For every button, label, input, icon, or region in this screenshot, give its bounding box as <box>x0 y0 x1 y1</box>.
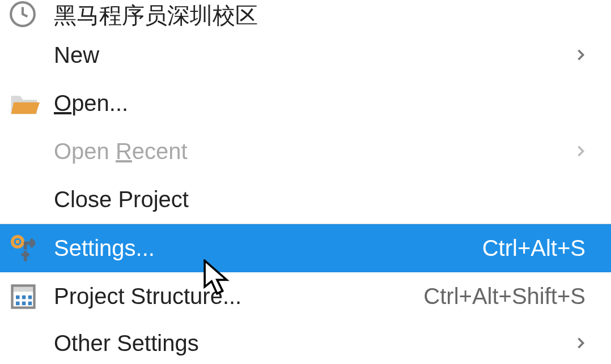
svg-rect-4 <box>12 285 35 292</box>
menu-item-close-project[interactable]: Close Project <box>0 175 611 224</box>
menu-item-label: New <box>54 42 572 68</box>
menu-item-label: Open... <box>54 91 588 116</box>
menu-item-label: Close Project <box>54 187 588 212</box>
settings-icon <box>9 233 54 264</box>
menu-item-recent-project[interactable]: 黑马程序员深圳校区 <box>0 0 611 31</box>
svg-rect-8 <box>16 301 20 305</box>
file-menu: 黑马程序员深圳校区 New Open... Open Recent <box>0 0 611 364</box>
menu-item-other-settings[interactable]: Other Settings <box>0 320 611 356</box>
menu-item-label: Open Recent <box>54 139 572 164</box>
project-structure-icon <box>9 282 54 311</box>
folder-open-icon <box>9 90 54 117</box>
clock-icon <box>9 0 54 28</box>
chevron-right-icon <box>572 42 588 68</box>
chevron-right-icon <box>572 139 588 164</box>
menu-item-new[interactable]: New <box>0 31 611 79</box>
menu-item-shortcut: Ctrl+Alt+Shift+S <box>423 284 585 309</box>
menu-item-open-recent: Open Recent <box>0 127 611 175</box>
svg-rect-6 <box>22 295 26 299</box>
chevron-right-icon <box>572 331 588 356</box>
svg-rect-9 <box>22 301 26 305</box>
menu-item-label: Project Structure... <box>54 284 423 309</box>
menu-item-settings[interactable]: Settings... Ctrl+Alt+S <box>0 224 611 272</box>
menu-item-label: Other Settings <box>54 331 572 356</box>
svg-point-2 <box>16 240 20 244</box>
svg-rect-7 <box>28 295 32 299</box>
menu-item-open[interactable]: Open... <box>0 79 611 127</box>
menu-item-project-structure[interactable]: Project Structure... Ctrl+Alt+Shift+S <box>0 272 611 320</box>
svg-rect-10 <box>28 301 32 305</box>
menu-item-label: Settings... <box>54 235 482 261</box>
menu-item-label: 黑马程序员深圳校区 <box>54 0 588 31</box>
menu-item-shortcut: Ctrl+Alt+S <box>482 235 585 261</box>
svg-rect-5 <box>16 295 20 299</box>
